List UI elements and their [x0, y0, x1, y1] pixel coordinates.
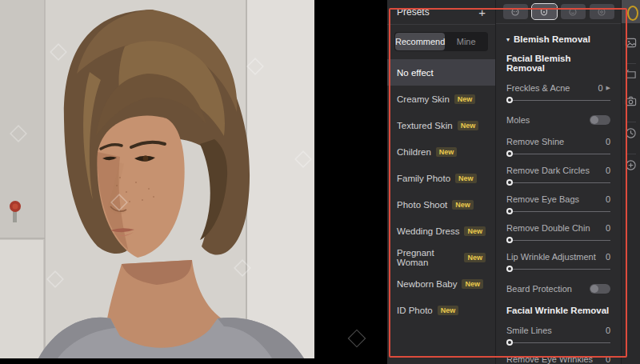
presets-title: Presets — [397, 6, 430, 18]
collapse-caret-icon: ▾ — [506, 36, 510, 43]
new-badge: New — [436, 147, 458, 157]
face-contour-icon — [539, 7, 549, 17]
moles-toggle[interactable] — [590, 115, 610, 125]
toolbar-divider — [626, 63, 636, 64]
new-badge: New — [464, 253, 486, 262]
slider-track[interactable] — [506, 266, 610, 273]
new-badge: New — [454, 94, 476, 104]
group-title-blemish: Facial Blemish Removal — [506, 54, 610, 73]
new-badge: New — [438, 306, 459, 315]
slider-track[interactable] — [506, 339, 610, 346]
preset-item-photo-shoot[interactable]: Photo Shoot New — [387, 191, 495, 218]
history-clock-icon — [625, 127, 637, 139]
slider-remove-eye-wrinkles: Remove Eye Wrinkles 0 — [506, 354, 610, 364]
presets-header: Presets + — [387, 0, 495, 25]
camera-icon — [625, 95, 637, 107]
image-icon — [625, 37, 637, 49]
tool-tab-face-3[interactable] — [561, 4, 586, 19]
preset-item-textured-skin[interactable]: Textured Skin New — [387, 112, 495, 138]
preset-item-pregnant-woman[interactable]: Pregnant Woman New — [387, 244, 495, 270]
frame-icon — [625, 69, 637, 81]
slider-remove-shine: Remove Shine 0 — [506, 136, 610, 158]
face-icon — [568, 7, 578, 17]
adjustments-panel: ▾ Blemish Removal Facial Blemish Removal… — [496, 0, 622, 364]
section-header[interactable]: ▾ Blemish Removal — [506, 34, 610, 44]
slider-freckles-acne: Freckles & Acne 0 ▶ — [506, 82, 610, 104]
toggle-beard-protection: Beard Protection — [506, 280, 610, 298]
slider-track[interactable] — [506, 237, 610, 244]
image-tool-button[interactable] — [625, 37, 637, 52]
preset-item-id-photo[interactable]: ID Photo New — [387, 297, 495, 323]
face-icon — [510, 7, 520, 17]
preset-item-children[interactable]: Children New — [387, 138, 495, 165]
history-tool-button[interactable] — [625, 127, 637, 142]
slider-lip-wrinkle-adjustment: Lip Wrinkle Adjustment 0 — [506, 251, 610, 273]
canvas — [0, 0, 387, 364]
add-preset-button[interactable]: + — [478, 6, 486, 18]
frame-tool-button[interactable] — [625, 69, 637, 84]
toolbar-divider — [626, 122, 636, 122]
preset-item-newborn-baby[interactable]: Newborn Baby New — [387, 270, 495, 297]
preset-item-no-effect[interactable]: No effect — [387, 59, 495, 86]
portrait-image — [0, 0, 314, 358]
slider-track[interactable] — [506, 208, 610, 215]
slider-remove-eye-bags: Remove Eye Bags 0 — [506, 194, 610, 215]
new-badge: New — [452, 200, 474, 210]
slider-knob[interactable] — [506, 208, 513, 214]
slider-knob[interactable] — [506, 150, 513, 157]
new-badge: New — [455, 174, 477, 183]
slider-knob[interactable] — [506, 97, 513, 103]
slider-smile-lines: Smile Lines 0 — [506, 325, 610, 346]
preset-item-family-photo[interactable]: Family Photo New — [387, 165, 495, 191]
slider-knob[interactable] — [506, 179, 513, 186]
slider-track[interactable] — [506, 179, 610, 186]
tab-mine[interactable]: Mine — [445, 33, 487, 50]
tool-tab-face-4[interactable] — [590, 4, 614, 19]
slider-remove-double-chin: Remove Double Chin 0 — [506, 222, 610, 244]
photo-editor-app: Presets + Recommend Mine No effect Cream… — [0, 0, 640, 364]
photo-preview — [0, 0, 314, 358]
add-plus-icon — [625, 159, 637, 171]
add-tool-button[interactable] — [625, 159, 637, 174]
slider-remove-dark-circles: Remove Dark Circles 0 — [506, 165, 610, 186]
adjustments-content: ▾ Blemish Removal Facial Blemish Removal… — [496, 34, 621, 364]
camera-tool-button[interactable] — [625, 95, 637, 110]
presets-list: No effect Creamy Skin New Textured Skin … — [387, 59, 495, 323]
slider-track[interactable] — [506, 150, 610, 158]
new-badge: New — [458, 121, 479, 130]
tab-recommend[interactable]: Recommend — [395, 33, 445, 50]
expand-arrow-icon[interactable]: ▶ — [606, 85, 610, 91]
toggle-moles: Moles — [506, 111, 610, 129]
slider-knob[interactable] — [506, 266, 513, 272]
beard-protection-toggle[interactable] — [590, 284, 610, 294]
group-title-wrinkle: Facial Wrinkle Removal — [506, 306, 610, 315]
section-title: Blemish Removal — [514, 34, 590, 44]
slider-track[interactable] — [506, 97, 610, 104]
new-badge: New — [462, 279, 483, 289]
new-badge: New — [464, 226, 486, 236]
tool-tab-face-1[interactable] — [503, 4, 528, 19]
watermark-diamond — [348, 330, 366, 348]
presets-tabs: Recommend Mine — [394, 32, 488, 51]
toolbar-divider — [626, 154, 636, 154]
preset-item-creamy-skin[interactable]: Creamy Skin New — [387, 86, 495, 112]
tool-tabs — [496, 0, 621, 24]
preset-item-wedding-dress[interactable]: Wedding Dress New — [387, 218, 495, 244]
face-icon — [597, 7, 606, 17]
active-tool-button[interactable] — [622, 0, 640, 23]
presets-panel: Presets + Recommend Mine No effect Cream… — [387, 0, 496, 364]
tool-tab-face-2[interactable] — [532, 4, 557, 19]
slider-knob[interactable] — [506, 339, 513, 346]
right-toolbar — [622, 0, 640, 364]
slider-knob[interactable] — [506, 237, 513, 243]
